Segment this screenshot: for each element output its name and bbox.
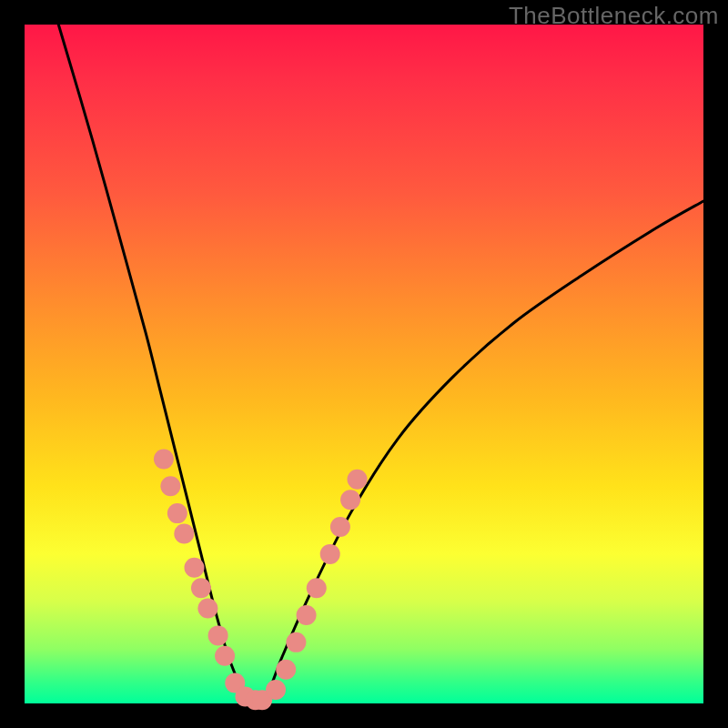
highlight-dot [307, 578, 327, 598]
highlight-dot [215, 646, 235, 666]
highlight-dot [191, 578, 211, 598]
highlight-dot [154, 449, 174, 469]
bottleneck-curve [58, 25, 703, 705]
highlight-dot [297, 605, 317, 625]
highlight-dot [167, 503, 187, 523]
highlight-dot [174, 524, 194, 544]
highlight-dot [330, 517, 350, 537]
highlight-dot [160, 476, 180, 496]
highlight-dot [286, 632, 306, 652]
highlight-dot [348, 470, 368, 490]
highlight-dot [185, 558, 205, 578]
chart-frame: TheBottleneck.com [0, 0, 728, 728]
highlight-dot [197, 599, 217, 619]
highlight-dot [276, 660, 296, 680]
curve-svg [25, 25, 703, 703]
highlight-dot [340, 490, 360, 510]
highlight-dot [320, 544, 340, 564]
plot-area [25, 25, 703, 703]
watermark-text: TheBottleneck.com [509, 2, 719, 30]
highlight-dot [266, 680, 286, 700]
highlight-dot [208, 625, 228, 645]
